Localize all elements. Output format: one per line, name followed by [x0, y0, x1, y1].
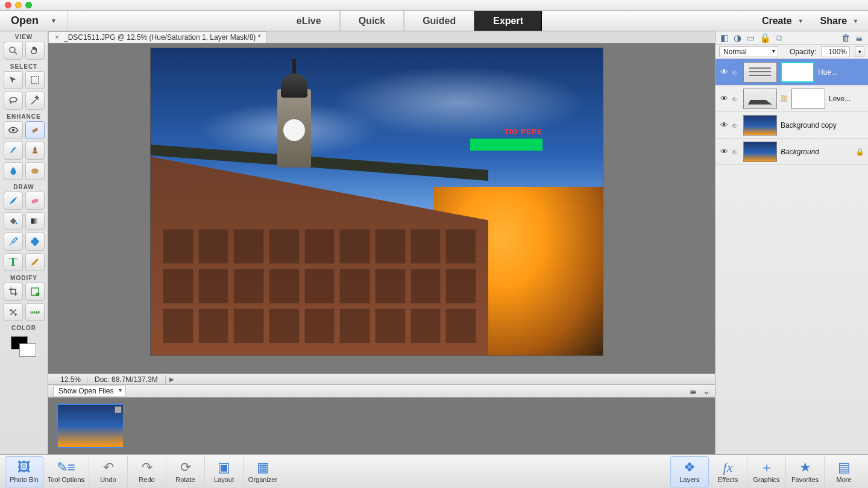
visibility-icon[interactable]: 👁 [719, 120, 729, 130]
bin-collapse-icon[interactable]: ⌄ [703, 386, 710, 396]
organizer-button[interactable]: ▦Organizer [244, 456, 282, 487]
layer-row[interactable]: 👁 ⎋ Hue... [715, 59, 868, 86]
close-tab-icon[interactable]: × [55, 33, 59, 42]
zoom-tool[interactable] [4, 42, 23, 60]
new-layer-icon[interactable]: ◧ [720, 33, 729, 43]
chain-icon[interactable]: ⛓ [781, 95, 788, 103]
layers-button[interactable]: ❖Layers [670, 456, 709, 487]
create-menu[interactable]: Create ▼ [762, 16, 804, 27]
svg-rect-17 [33, 311, 34, 313]
brush-tool[interactable] [4, 192, 23, 210]
layer-list: 👁 ⎋ Hue... 👁 ⎋ ⛓ Leve... 👁 ⎋ Background … [715, 59, 868, 454]
color-swatches[interactable] [11, 336, 37, 359]
new-adjustment-layer-icon[interactable]: ◑ [734, 33, 741, 43]
shape-tool[interactable] [25, 233, 45, 251]
minimize-window-icon[interactable] [15, 2, 22, 8]
tab-quick[interactable]: Quick [340, 11, 404, 31]
gradient-tool[interactable] [25, 212, 45, 230]
crop-tool[interactable] [4, 283, 23, 301]
layer-row[interactable]: 👁 ⎋ ⛓ Leve... [715, 86, 868, 112]
link-icon[interactable]: ⎋ [732, 122, 740, 129]
panel-menu-icon[interactable]: ≣ [855, 33, 863, 43]
layer-thumb-image[interactable] [743, 115, 777, 136]
redeye-tool[interactable] [4, 121, 23, 139]
pencil-tool[interactable] [25, 253, 45, 271]
opacity-label: Opacity: [790, 48, 816, 56]
clone-stamp-tool[interactable] [25, 142, 45, 160]
paint-bucket-tool[interactable] [4, 212, 23, 230]
layer-row[interactable]: 👁 ⎋ Background 🔒 [715, 139, 868, 165]
move-tool[interactable] [4, 71, 23, 89]
zoom-readout[interactable]: 12.5% [48, 375, 87, 384]
svg-point-3 [10, 98, 17, 102]
undo-icon: ↶ [103, 460, 114, 475]
lasso-tool[interactable] [4, 92, 23, 110]
layer-mask-thumb[interactable] [781, 62, 814, 83]
opacity-value[interactable]: 100% [821, 46, 850, 57]
type-tool[interactable]: T [4, 253, 23, 271]
magic-wand-tool[interactable] [25, 92, 45, 110]
tab-expert[interactable]: Expert [474, 11, 542, 31]
bin-menu-icon[interactable]: ≣ [690, 386, 697, 396]
visibility-icon[interactable]: 👁 [719, 94, 729, 103]
more-button[interactable]: ▤More [825, 456, 863, 487]
canvas[interactable]: TIO PEPE [48, 43, 715, 374]
graphics-button[interactable]: ＋Graphics [747, 456, 786, 487]
label: Photo Bin [10, 476, 39, 483]
layer-name[interactable]: Leve... [829, 95, 864, 103]
tab-elive[interactable]: eLive [278, 11, 340, 31]
open-menu[interactable]: Open ▼ [0, 11, 68, 31]
link-layers-icon[interactable]: ⧉ [776, 33, 782, 43]
visibility-icon[interactable]: 👁 [719, 67, 729, 77]
marquee-tool[interactable] [25, 71, 45, 89]
zoom-window-icon[interactable] [25, 2, 32, 8]
photo-bin-thumbnail[interactable] [57, 404, 124, 448]
layer-mask-icon[interactable]: ▭ [746, 33, 755, 43]
opacity-stepper[interactable]: ▾ [855, 46, 864, 57]
lock-layer-icon[interactable]: 🔒 [760, 33, 771, 43]
layer-name[interactable]: Hue... [818, 68, 864, 77]
share-menu[interactable]: Share ▼ [820, 16, 858, 27]
layer-blend-row: Normal Opacity: 100% ▾ [715, 45, 868, 59]
background-color-swatch[interactable] [19, 343, 36, 357]
document-tab[interactable]: × _DSC1511.JPG @ 12.5% (Hue/Saturation 1… [48, 31, 267, 43]
layer-thumb-adjustment[interactable] [743, 89, 777, 109]
hand-tool[interactable] [25, 42, 45, 60]
effects-button[interactable]: fxEffects [709, 456, 747, 487]
smart-brush-tool[interactable] [4, 142, 23, 160]
blur-tool[interactable] [4, 162, 23, 180]
content-aware-move-tool[interactable] [4, 303, 23, 321]
link-icon[interactable]: ⎋ [732, 95, 740, 102]
eraser-tool[interactable] [25, 192, 45, 210]
visibility-icon[interactable]: 👁 [719, 147, 729, 156]
straighten-tool[interactable] [25, 303, 45, 321]
spot-healing-tool[interactable] [25, 121, 45, 139]
photo-bin-button[interactable]: 🖼Photo Bin [5, 456, 43, 487]
status-menu-icon[interactable]: ▶ [169, 376, 174, 383]
tab-guided[interactable]: Guided [404, 11, 474, 31]
sponge-tool[interactable] [25, 162, 45, 180]
toolbox-section-view: VIEW [15, 34, 33, 40]
redo-button[interactable]: ↷Redo [128, 456, 166, 487]
recompose-tool[interactable] [25, 283, 45, 301]
layer-thumb-adjustment[interactable] [743, 62, 777, 83]
layer-mask-thumb[interactable] [791, 89, 825, 109]
undo-button[interactable]: ↶Undo [89, 456, 128, 487]
layer-thumb-image[interactable] [743, 142, 777, 162]
favorites-button[interactable]: ★Favorites [786, 456, 825, 487]
delete-layer-icon[interactable]: 🗑 [841, 33, 851, 43]
layer-row[interactable]: 👁 ⎋ Background copy [715, 112, 868, 139]
link-icon[interactable]: ⎋ [732, 148, 740, 155]
label: More [836, 476, 851, 483]
label: Organizer [248, 476, 277, 483]
tool-options-button[interactable]: ✎≡Tool Options [43, 456, 89, 487]
rotate-button[interactable]: ⟳Rotate [166, 456, 205, 487]
layout-button[interactable]: ▣Layout [205, 456, 244, 487]
layer-name[interactable]: Background [781, 148, 852, 156]
close-window-icon[interactable] [5, 2, 11, 8]
blend-mode-select[interactable]: Normal [719, 46, 778, 57]
photo-bin-dropdown[interactable]: Show Open Files [53, 386, 126, 396]
link-icon[interactable]: ⎋ [732, 69, 740, 76]
layer-name[interactable]: Background copy [781, 121, 864, 130]
eyedropper-tool[interactable] [4, 233, 23, 251]
